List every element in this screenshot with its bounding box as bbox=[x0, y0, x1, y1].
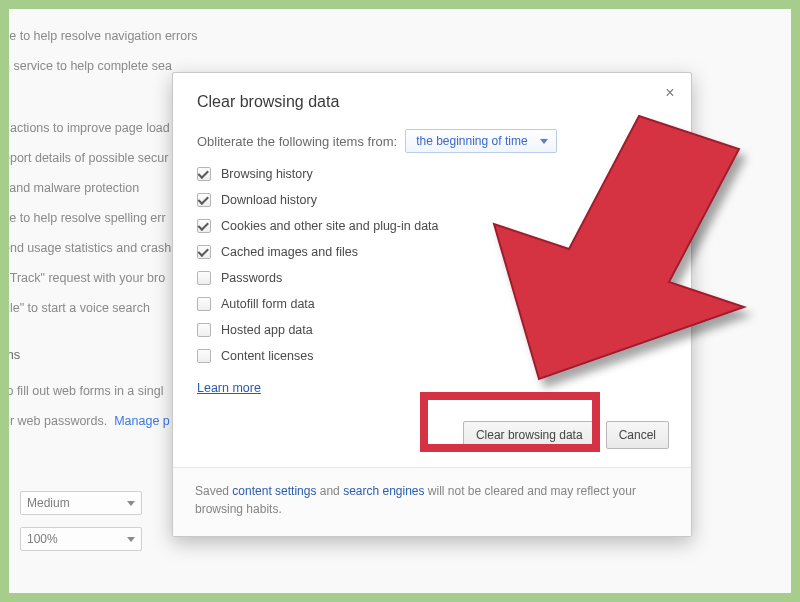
checkbox-label: Cookies and other site and plug-in data bbox=[221, 219, 439, 233]
clear-browsing-data-button[interactable]: Clear browsing data bbox=[463, 421, 596, 449]
font-size-select[interactable]: Medium bbox=[20, 491, 142, 515]
dialog-button-row: Clear browsing data Cancel bbox=[173, 407, 691, 467]
checkbox-row[interactable]: Autofill form data bbox=[197, 297, 667, 311]
checkbox[interactable] bbox=[197, 271, 211, 285]
checkbox[interactable] bbox=[197, 193, 211, 207]
checkbox-label: Browsing history bbox=[221, 167, 313, 181]
bg-text: end usage statistics and crash bbox=[9, 241, 171, 255]
checkbox-row[interactable]: Content licenses bbox=[197, 349, 667, 363]
page-zoom-select[interactable]: 100% bbox=[20, 527, 142, 551]
time-range-select[interactable]: the beginning of time bbox=[405, 129, 556, 153]
bg-text: n service to help complete sea bbox=[9, 59, 172, 73]
obliterate-label: Obliterate the following items from: bbox=[197, 134, 397, 149]
search-engines-link[interactable]: search engines bbox=[343, 484, 424, 498]
chevron-down-icon bbox=[127, 537, 135, 542]
bg-text: ce to help resolve navigation errors bbox=[9, 29, 198, 43]
checkbox[interactable] bbox=[197, 323, 211, 337]
checkbox[interactable] bbox=[197, 245, 211, 259]
chevron-down-icon bbox=[540, 139, 548, 144]
dialog-footer: Saved content settings and search engine… bbox=[173, 467, 691, 536]
chevron-down-icon bbox=[127, 501, 135, 506]
clear-options-list: Browsing historyDownload historyCookies … bbox=[197, 167, 667, 363]
close-icon[interactable]: × bbox=[661, 85, 679, 103]
checkbox[interactable] bbox=[197, 219, 211, 233]
bg-heading: ms bbox=[9, 347, 20, 362]
checkbox-row[interactable]: Cached images and files bbox=[197, 245, 667, 259]
checkbox-label: Cached images and files bbox=[221, 245, 358, 259]
checkbox-label: Passwords bbox=[221, 271, 282, 285]
bg-text: j and malware protection bbox=[9, 181, 139, 195]
dialog-title: Clear browsing data bbox=[197, 93, 667, 111]
manage-passwords-link[interactable]: Manage p bbox=[114, 414, 170, 428]
content-settings-link[interactable]: content settings bbox=[232, 484, 316, 498]
checkbox-row[interactable]: Passwords bbox=[197, 271, 667, 285]
checkbox-label: Content licenses bbox=[221, 349, 313, 363]
checkbox-row[interactable]: Download history bbox=[197, 193, 667, 207]
bg-text: to fill out web forms in a singl bbox=[9, 384, 164, 398]
checkbox[interactable] bbox=[197, 167, 211, 181]
bg-text: : actions to improve page load bbox=[9, 121, 170, 135]
checkbox-label: Download history bbox=[221, 193, 317, 207]
checkbox-row[interactable]: Cookies and other site and plug-in data bbox=[197, 219, 667, 233]
checkbox-label: Hosted app data bbox=[221, 323, 313, 337]
checkbox-row[interactable]: Hosted app data bbox=[197, 323, 667, 337]
bg-text: eport details of possible secur bbox=[9, 151, 168, 165]
checkbox-row[interactable]: Browsing history bbox=[197, 167, 667, 181]
learn-more-link[interactable]: Learn more bbox=[197, 381, 261, 395]
bg-text: : Track" request with your bro bbox=[9, 271, 165, 285]
checkbox-label: Autofill form data bbox=[221, 297, 315, 311]
bg-text: gle" to start a voice search bbox=[9, 301, 150, 315]
checkbox[interactable] bbox=[197, 297, 211, 311]
bg-text: ur web passwords. Manage p bbox=[9, 414, 170, 428]
clear-browsing-data-dialog: × Clear browsing data Obliterate the fol… bbox=[172, 72, 692, 537]
cancel-button[interactable]: Cancel bbox=[606, 421, 669, 449]
bg-text: ce to help resolve spelling err bbox=[9, 211, 166, 225]
checkbox[interactable] bbox=[197, 349, 211, 363]
